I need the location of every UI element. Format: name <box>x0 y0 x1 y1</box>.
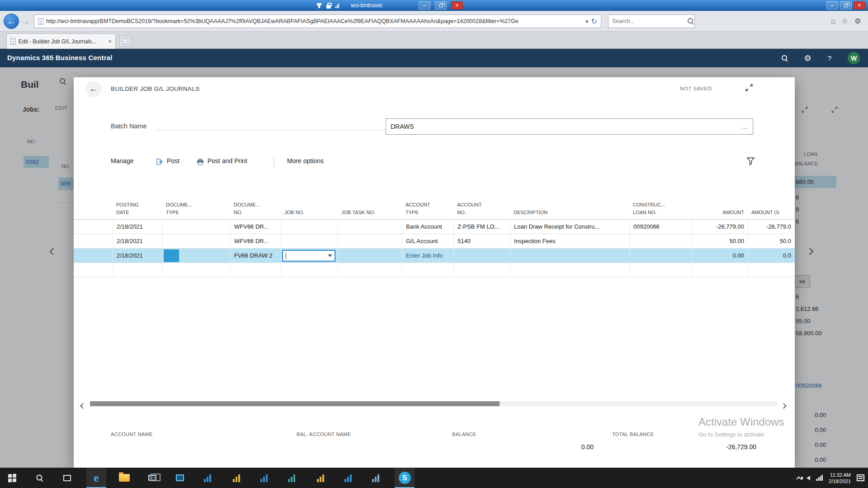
record-nav-right-chevron[interactable] <box>807 248 812 256</box>
col-account-no[interactable]: ACCOUNT NO. <box>453 192 510 219</box>
batch-name-field[interactable]: ... <box>386 118 753 135</box>
window-minimize-button[interactable]: – <box>826 1 838 9</box>
taskbar-app-nav-client[interactable] <box>170 468 190 488</box>
filter-icon[interactable] <box>746 157 755 167</box>
browser-forward-button[interactable]: → <box>21 16 30 27</box>
rdp-minimize-button[interactable]: – <box>419 1 430 9</box>
horizontal-scrollbar[interactable] <box>74 400 795 407</box>
cell-construction-loan-no[interactable] <box>629 234 692 248</box>
tab-close-icon[interactable]: × <box>108 38 112 45</box>
browser-tab[interactable]: Edit - Builder Job G/L Journals... × <box>6 33 116 49</box>
cell-account-type[interactable]: Enter Job Info <box>402 249 453 263</box>
col-posting-date[interactable]: POSTING DATE <box>113 192 162 219</box>
cell-description[interactable]: Inspection Fees <box>510 234 629 248</box>
tools-gear-icon[interactable]: ⚙ <box>854 17 861 25</box>
browser-search-input[interactable] <box>612 18 685 24</box>
post-and-print-button[interactable]: Post and Print <box>208 157 247 164</box>
favorites-star-icon[interactable]: ☆ <box>842 17 848 25</box>
taskbar-app-chart-4[interactable] <box>282 468 302 488</box>
col-job-no[interactable]: JOB NO. <box>281 192 338 219</box>
taskbar-app-chart-2[interactable] <box>226 468 246 488</box>
job-no-combobox[interactable] <box>282 250 335 262</box>
user-avatar[interactable]: W <box>848 52 860 64</box>
action-center-icon[interactable] <box>857 474 864 481</box>
cell-posting-date[interactable]: 2/18/2021 <box>113 220 162 234</box>
cell-document-type[interactable] <box>162 234 230 248</box>
col-description[interactable]: DESCRIPTION <box>510 192 629 219</box>
taskbar-clock[interactable]: 11:32 AM 2/18/2021 <box>829 472 851 484</box>
taskbar-app-chart-1[interactable] <box>198 468 217 488</box>
collapse-dialog-icon[interactable] <box>745 83 754 94</box>
taskbar-file-explorer[interactable] <box>114 468 134 488</box>
refresh-icon[interactable]: ↻ <box>591 17 597 26</box>
table-row[interactable]: 2/18/2021 WFV66 DR... G/L Account 5140 I… <box>74 234 795 249</box>
col-amount[interactable]: AMOUNT <box>692 192 748 219</box>
cell-account-type[interactable] <box>402 263 453 277</box>
autocomplete-dropdown-icon[interactable]: ▾ <box>585 18 589 25</box>
pin-icon[interactable] <box>318 3 320 8</box>
col-account-type[interactable]: ACCOUNT TYPE <box>402 192 453 219</box>
cell-document-type[interactable] <box>162 263 230 277</box>
cell-job-no[interactable] <box>281 249 338 263</box>
taskbar-skype[interactable]: S <box>395 468 415 488</box>
cell-amount-2[interactable] <box>748 263 795 277</box>
cell-construction-loan-no[interactable]: 00920066 <box>629 220 692 234</box>
cell-account-no[interactable] <box>453 263 510 277</box>
taskbar-app-chart-3[interactable] <box>254 468 274 488</box>
back-arrow-button[interactable]: ← <box>85 81 102 97</box>
cell-job-no[interactable] <box>281 220 338 234</box>
cell-amount-2[interactable]: -26,779.0 <box>748 220 795 234</box>
home-icon[interactable]: ⌂ <box>831 17 835 25</box>
cell-posting-date[interactable]: 2/18/2021 <box>113 234 162 248</box>
cell-document-no[interactable]: FV66 DRAW 2 <box>230 249 281 263</box>
tray-chevron-up-icon[interactable] <box>796 476 801 481</box>
cell-amount[interactable]: 0.00 <box>692 249 748 263</box>
cell-job-no[interactable] <box>281 263 338 277</box>
col-document-type[interactable]: DOCUME... TYPE <box>162 192 230 219</box>
batch-name-input[interactable] <box>386 123 737 130</box>
cell-amount[interactable]: -26,779.00 <box>692 220 748 234</box>
col-job-task-no[interactable]: JOB TASK NO. <box>338 192 402 219</box>
col-document-no[interactable]: DOCUME... NO. <box>230 192 281 219</box>
manage-button[interactable]: Manage <box>111 157 134 164</box>
cell-account-no[interactable] <box>453 249 510 263</box>
cell-posting-date[interactable] <box>113 263 162 277</box>
app-search-icon[interactable] <box>782 55 788 61</box>
cell-document-no[interactable]: WFV66 DR... <box>230 220 281 234</box>
taskbar-internet-explorer[interactable]: e <box>86 468 106 488</box>
task-view-button[interactable] <box>57 468 77 488</box>
scroll-right-arrow[interactable] <box>782 402 786 406</box>
address-bar[interactable]: ▾ ↻ <box>34 14 601 28</box>
cell-job-task-no[interactable] <box>338 263 402 277</box>
cell-amount[interactable]: 50.00 <box>692 234 748 248</box>
url-input[interactable] <box>46 18 583 24</box>
cell-document-type[interactable] <box>162 220 230 234</box>
cell-document-type[interactable] <box>162 249 230 263</box>
cell-amount-2[interactable]: 50.0 <box>748 234 795 248</box>
new-tab-button[interactable] <box>119 36 131 47</box>
taskbar-search-button[interactable] <box>30 468 50 488</box>
search-icon[interactable] <box>688 18 694 24</box>
cell-amount-2[interactable]: 0.0 <box>748 249 795 263</box>
browser-search-box[interactable] <box>608 14 695 28</box>
app-help-icon[interactable]: ? <box>828 54 831 62</box>
cell-posting-date[interactable]: 2/18/2021 <box>113 249 162 263</box>
cell-account-no[interactable]: 5140 <box>453 234 510 248</box>
cell-job-task-no[interactable] <box>338 234 402 248</box>
post-button[interactable]: Post <box>167 157 179 164</box>
cell-description[interactable] <box>510 249 629 263</box>
cell-description[interactable]: Loan Draw Receipt for Constru... <box>510 220 629 234</box>
chevron-down-icon[interactable] <box>328 254 332 257</box>
cell-job-no[interactable] <box>281 234 338 248</box>
cell-job-task-no[interactable] <box>338 249 402 263</box>
record-nav-left-chevron[interactable] <box>51 248 56 256</box>
browser-back-button[interactable]: ← <box>4 14 19 29</box>
cell-account-type[interactable]: G/L Account <box>402 234 453 248</box>
cell-job-task-no[interactable] <box>338 220 402 234</box>
window-close-button[interactable]: × <box>854 1 865 9</box>
col-construction-loan-no[interactable]: CONSTRUC... LOAN NO. <box>629 192 692 219</box>
scroll-left-arrow[interactable] <box>81 402 85 406</box>
taskbar-app-chart-7[interactable] <box>366 468 386 488</box>
scrollbar-track[interactable] <box>90 401 777 406</box>
cell-account-type[interactable]: Bank Account <box>402 220 453 234</box>
